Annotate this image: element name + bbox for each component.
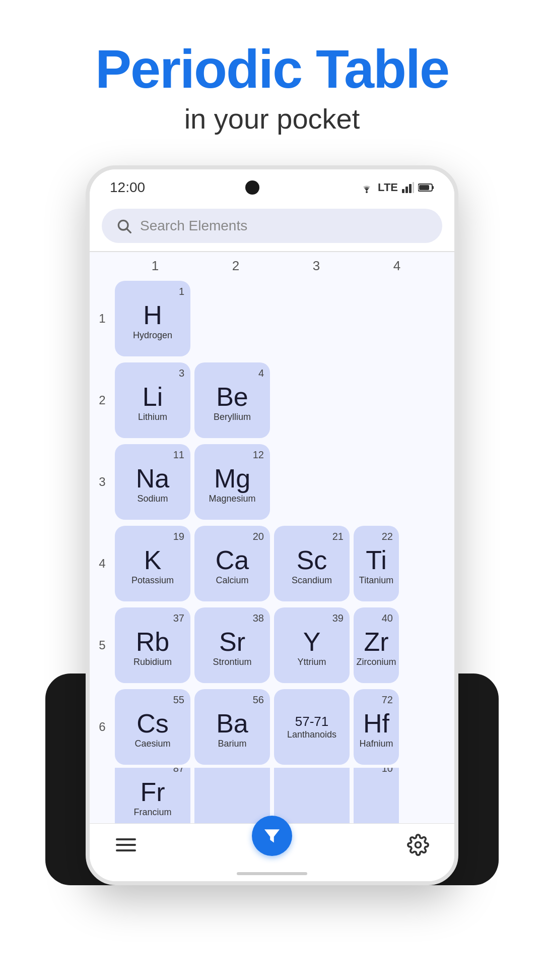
element-H[interactable]: 1 H Hydrogen	[115, 281, 190, 356]
column-headers: 1 2 3 4	[90, 252, 454, 278]
element-name: Beryllium	[212, 412, 253, 422]
table-area: 1 2 3 4 1 1 H Hydrogen	[90, 252, 454, 823]
element-symbol: Ba	[216, 710, 248, 737]
svg-rect-1	[402, 189, 404, 193]
wifi-icon	[360, 182, 374, 193]
svg-rect-4	[413, 182, 414, 193]
element-name: Potassium	[129, 575, 176, 586]
elements-row-1: 1 H Hydrogen	[115, 281, 190, 356]
search-bar[interactable]: Search Elements	[102, 209, 442, 243]
element-name: Hydrogen	[131, 330, 174, 341]
element-partial-4: 10	[354, 768, 399, 823]
bottom-nav	[90, 823, 454, 866]
element-Na[interactable]: 11 Na Sodium	[115, 444, 190, 520]
element-Rb[interactable]: 37 Rb Rubidium	[115, 607, 190, 683]
hero-title: Periodic Table	[95, 40, 449, 97]
svg-rect-2	[405, 187, 408, 193]
element-name: Sodium	[135, 494, 170, 504]
element-Ti[interactable]: 22 Ti Titanium	[354, 526, 399, 601]
svg-rect-6	[432, 186, 434, 189]
element-symbol: Y	[303, 629, 321, 655]
element-symbol: Zr	[364, 629, 388, 655]
element-Ca[interactable]: 20 Ca Calcium	[194, 526, 270, 601]
element-Be[interactable]: 4 Be Beryllium	[194, 362, 270, 438]
phone-wrapper: 12:00 LTE	[76, 165, 468, 885]
element-Fr[interactable]: 87 Fr Francium	[115, 768, 190, 823]
lte-label: LTE	[378, 181, 398, 194]
table-row-3: 3 11 Na Sodium 12 Mg Magnesium	[90, 441, 454, 523]
element-number: 38	[253, 612, 264, 624]
row-label-6: 6	[90, 720, 115, 734]
signal-icon	[402, 182, 414, 193]
table-row-7: 87 Fr Francium 10	[90, 768, 454, 823]
menu-button[interactable]	[115, 834, 137, 856]
element-Li[interactable]: 3 Li Lithium	[115, 362, 190, 438]
svg-point-11	[416, 842, 421, 848]
element-Cs[interactable]: 55 Cs Caesium	[115, 689, 190, 765]
svg-rect-3	[409, 184, 412, 193]
col-header-1: 1	[115, 258, 195, 274]
element-name: Caesium	[132, 739, 172, 749]
svg-point-0	[366, 191, 368, 193]
element-number: 40	[382, 612, 393, 624]
element-partial-3	[274, 768, 350, 823]
search-icon	[116, 218, 132, 234]
element-symbol: Li	[143, 384, 163, 410]
element-symbol: Rb	[136, 629, 169, 655]
row-label-3: 3	[90, 475, 115, 489]
row-label-4: 4	[90, 557, 115, 571]
element-name: Hafnium	[357, 739, 395, 749]
elements-row-5: 37 Rb Rubidium 38 Sr Strontium 39 Y	[115, 607, 399, 683]
status-time: 12:00	[110, 179, 145, 196]
element-number: 10	[382, 768, 393, 774]
element-symbol: Sr	[219, 629, 245, 655]
element-symbol: Mg	[214, 465, 250, 492]
elements-row-4: 19 K Potassium 20 Ca Calcium 21 Sc S	[115, 526, 399, 601]
element-symbol: Ti	[366, 547, 386, 573]
element-Sr[interactable]: 38 Sr Strontium	[194, 607, 270, 683]
element-symbol: H	[143, 302, 162, 328]
element-name: Magnesium	[207, 494, 257, 504]
row-label-5: 5	[90, 638, 115, 652]
element-name: Calcium	[214, 575, 250, 586]
table-row-1: 1 1 H Hydrogen	[90, 278, 454, 359]
elements-row-2: 3 Li Lithium 4 Be Beryllium	[115, 362, 270, 438]
svg-rect-7	[419, 185, 429, 190]
settings-button[interactable]	[407, 834, 429, 856]
element-Zr[interactable]: 40 Zr Zirconium	[354, 607, 399, 683]
element-symbol: Fr	[140, 779, 165, 805]
element-Ba[interactable]: 56 Ba Barium	[194, 689, 270, 765]
element-K[interactable]: 19 K Potassium	[115, 526, 190, 601]
element-Y[interactable]: 39 Y Yttrium	[274, 607, 350, 683]
element-number: 72	[382, 694, 393, 706]
table-scroll: 1 2 3 4 1 1 H Hydrogen	[90, 252, 454, 823]
element-symbol: Hf	[363, 710, 389, 737]
element-number: 20	[253, 531, 264, 542]
element-name: Zirconium	[354, 657, 398, 667]
element-symbol: Be	[216, 384, 248, 410]
element-name: Scandium	[290, 575, 334, 586]
element-Hf[interactable]: 72 Hf Hafnium	[354, 689, 399, 765]
element-number: 39	[332, 612, 344, 624]
filter-button[interactable]	[252, 816, 292, 856]
element-name: Francium	[131, 807, 173, 818]
home-bar	[237, 872, 307, 875]
hero-section: Periodic Table in your pocket	[0, 0, 544, 165]
col-header-4: 4	[357, 258, 437, 274]
element-partial-2	[194, 768, 270, 823]
status-icons: LTE	[360, 181, 434, 194]
hero-subtitle: in your pocket	[184, 102, 360, 135]
element-name: Yttrium	[295, 657, 328, 667]
status-bar: 12:00 LTE	[90, 169, 454, 201]
search-placeholder: Search Elements	[140, 218, 247, 234]
element-number: 11	[173, 449, 184, 461]
home-indicator	[90, 866, 454, 881]
element-Sc[interactable]: 21 Sc Scandium	[274, 526, 350, 601]
element-lanthanoids[interactable]: 57-71 Lanthanoids	[274, 689, 350, 765]
element-number: 12	[253, 449, 264, 461]
element-number: 55	[173, 694, 184, 706]
element-Mg[interactable]: 12 Mg Magnesium	[194, 444, 270, 520]
element-name: Titanium	[357, 575, 395, 586]
svg-line-9	[127, 229, 130, 232]
element-number: 22	[382, 531, 393, 542]
